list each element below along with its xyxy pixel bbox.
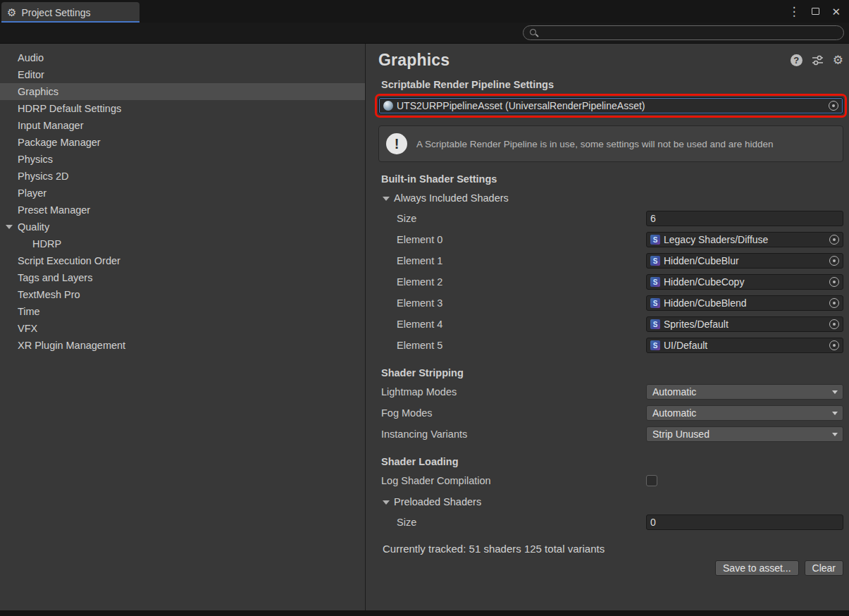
size-value: 0	[650, 517, 839, 528]
title-bar: ⚙ Project Settings ⋮ ✕	[0, 0, 849, 23]
sidebar-item-script-execution-order[interactable]: Script Execution Order	[0, 252, 365, 269]
size-input[interactable]: 6	[646, 211, 843, 226]
sidebar-item-hdrp[interactable]: HDRP	[0, 235, 365, 252]
shader-icon: S	[650, 298, 660, 308]
preset-icon[interactable]	[812, 55, 824, 66]
element-label: Element 4	[378, 319, 646, 330]
object-picker-icon[interactable]	[829, 340, 839, 350]
search-input[interactable]	[543, 27, 837, 39]
close-icon[interactable]: ✕	[831, 6, 841, 17]
object-picker-icon[interactable]	[829, 298, 839, 308]
shader-object-field[interactable]: S UI/Default	[646, 338, 843, 353]
sidebar-item-label: TextMesh Pro	[18, 289, 80, 300]
shader-name: Hidden/CubeCopy	[664, 276, 826, 288]
sidebar-item-physics[interactable]: Physics	[0, 151, 365, 168]
setting-row: Instancing Variants Strip Unused	[378, 426, 843, 442]
object-picker-icon[interactable]	[829, 319, 839, 329]
sidebar-item-physics-2d[interactable]: Physics 2D	[0, 168, 365, 185]
sidebar-item-package-manager[interactable]: Package Manager	[0, 134, 365, 151]
srp-asset-field[interactable]: UTS2URPPipelineAsset (UniversalRenderPip…	[378, 97, 843, 114]
shader-name: Hidden/CubeBlend	[664, 297, 826, 309]
chevron-down-icon	[832, 390, 838, 394]
element-row: Element 3 S Hidden/CubeBlend	[378, 295, 843, 311]
tab-project-settings[interactable]: ⚙ Project Settings	[1, 2, 140, 23]
instancing-variants-dropdown[interactable]: Strip Unused	[646, 426, 843, 442]
sidebar-item-label: Editor	[18, 69, 44, 80]
sidebar-item-label: Script Execution Order	[18, 255, 120, 266]
info-text: A Scriptable Render Pipeline is in use, …	[416, 138, 774, 150]
sidebar-item-xr-plugin-management[interactable]: XR Plugin Management	[0, 337, 365, 354]
shader-object-field[interactable]: S Hidden/CubeBlend	[646, 295, 843, 311]
object-picker-icon[interactable]	[829, 101, 838, 111]
element-row: Element 5 S UI/Default	[378, 338, 843, 353]
element-label: Element 1	[378, 255, 646, 266]
gear-icon: ⚙	[7, 7, 16, 18]
window-bottom-edge	[0, 610, 849, 616]
foldout-expanded-icon[interactable]	[383, 500, 390, 505]
shader-object-field[interactable]: S Sprites/Default	[646, 316, 843, 332]
tab-title: Project Settings	[21, 7, 90, 18]
help-icon[interactable]: ?	[791, 54, 802, 66]
object-picker-icon[interactable]	[829, 235, 839, 245]
sidebar-item-label: VFX	[18, 323, 37, 334]
sidebar-item-label: Tags and Layers	[18, 272, 92, 283]
sidebar-item-label: HDRP	[32, 238, 61, 250]
lightmap-modes-dropdown[interactable]: Automatic	[646, 384, 843, 400]
log-shader-compilation-checkbox[interactable]	[646, 475, 657, 486]
window-menu-icon[interactable]: ⋮	[788, 6, 800, 18]
sidebar-item-label: Audio	[18, 52, 44, 63]
sidebar-item-preset-manager[interactable]: Preset Manager	[0, 202, 365, 218]
chevron-down-icon	[832, 433, 838, 436]
lightmap-modes-label: Lightmap Modes	[378, 386, 646, 398]
clear-button[interactable]: Clear	[805, 560, 843, 576]
dropdown-value: Automatic	[652, 386, 696, 398]
sidebar-item-tags-and-layers[interactable]: Tags and Layers	[0, 269, 365, 286]
sidebar-item-label: Physics 2D	[18, 171, 69, 182]
sidebar-item-quality[interactable]: Quality	[0, 218, 365, 235]
sidebar-item-audio[interactable]: Audio	[0, 49, 365, 66]
maximize-icon[interactable]	[812, 8, 819, 15]
size-label: Size	[378, 213, 646, 224]
log-shader-compilation-label: Log Shader Compilation	[378, 475, 646, 486]
shader-object-field[interactable]: S Legacy Shaders/Diffuse	[646, 232, 843, 247]
chevron-down-icon	[832, 412, 838, 415]
graphics-panel: Graphics ? ⚙ Scriptable Render Pipeline …	[366, 44, 849, 610]
shader-object-field[interactable]: S Hidden/CubeBlur	[646, 253, 843, 269]
sidebar-item-player[interactable]: Player	[0, 185, 365, 202]
sidebar-item-label: XR Plugin Management	[18, 340, 125, 351]
sidebar-item-textmesh-pro[interactable]: TextMesh Pro	[0, 286, 365, 303]
shader-object-field[interactable]: S Hidden/CubeCopy	[646, 274, 843, 290]
foldout-expanded-icon[interactable]	[383, 197, 390, 201]
object-picker-icon[interactable]	[829, 277, 839, 287]
element-row: Element 0 S Legacy Shaders/Diffuse	[378, 232, 843, 247]
info-icon: !	[386, 133, 407, 154]
search-box[interactable]	[523, 25, 844, 40]
sidebar-item-label: Quality	[18, 221, 49, 233]
info-glyph: !	[395, 136, 399, 152]
sidebar-item-editor[interactable]: Editor	[0, 66, 365, 83]
foldout-expanded-icon[interactable]	[6, 225, 13, 229]
sidebar-item-hdrp-default-settings[interactable]: HDRP Default Settings	[0, 100, 365, 117]
setting-row: Lightmap Modes Automatic	[378, 384, 843, 400]
sidebar-item-graphics[interactable]: Graphics	[0, 83, 365, 100]
stripping-section-label: Shader Stripping	[378, 367, 843, 378]
dropdown-value: Automatic	[652, 407, 696, 419]
sidebar-item-time[interactable]: Time	[0, 303, 365, 320]
fog-modes-dropdown[interactable]: Automatic	[646, 405, 843, 421]
foldout-always-included-shaders[interactable]: Always Included Shaders	[378, 191, 843, 205]
save-to-asset-button[interactable]: Save to asset...	[715, 560, 799, 576]
shader-name: Hidden/CubeBlur	[664, 255, 826, 266]
size-input[interactable]: 0	[646, 515, 843, 530]
foldout-label: Always Included Shaders	[394, 192, 509, 204]
sidebar-item-label: Package Manager	[18, 137, 101, 148]
toolbar	[0, 23, 849, 44]
fog-modes-label: Fog Modes	[378, 407, 646, 419]
sidebar-item-input-manager[interactable]: Input Manager	[0, 117, 365, 134]
object-picker-icon[interactable]	[829, 256, 839, 266]
element-label: Element 0	[378, 234, 646, 245]
sidebar-item-vfx[interactable]: VFX	[0, 320, 365, 337]
foldout-preloaded-shaders[interactable]: Preloaded Shaders	[378, 495, 843, 509]
element-row: Element 4 S Sprites/Default	[378, 316, 843, 332]
gear-icon[interactable]: ⚙	[833, 54, 843, 66]
sidebar-item-label: Graphics	[18, 86, 58, 97]
